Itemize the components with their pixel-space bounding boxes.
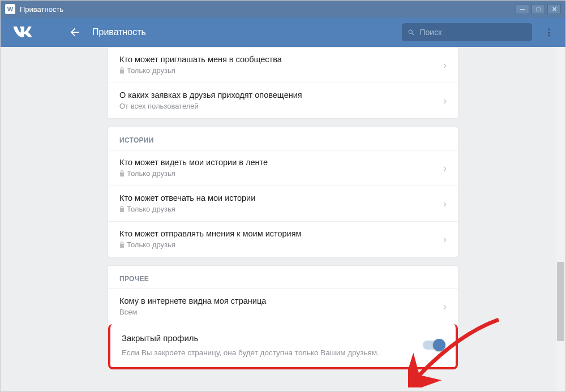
window-maximize-button[interactable]: □ bbox=[531, 4, 545, 14]
row-value: Только друзья bbox=[119, 240, 443, 249]
vk-mini-logo-icon: W bbox=[5, 4, 15, 14]
row-value: Всем bbox=[119, 308, 443, 316]
search-icon bbox=[408, 28, 415, 37]
scrollbar[interactable] bbox=[556, 47, 565, 392]
app-header: Приватность ⋮ bbox=[1, 18, 565, 47]
row-title: Кто может отправлять мнения к моим истор… bbox=[119, 229, 443, 238]
closed-profile-toggle[interactable] bbox=[423, 341, 444, 350]
group-header: ИСТОРИИ bbox=[108, 127, 458, 150]
row-title: Закрытый профиль bbox=[122, 333, 423, 343]
menu-dots-icon[interactable]: ⋮ bbox=[544, 27, 554, 38]
window-minimize-button[interactable]: ─ bbox=[516, 4, 529, 14]
scrollbar-thumb[interactable] bbox=[557, 262, 564, 341]
content-area: Кто может приглашать меня в сообщества Т… bbox=[1, 47, 565, 392]
page-title: Приватность bbox=[92, 27, 402, 37]
row-stories-reply[interactable]: Кто может отвечать на мои истории Только… bbox=[108, 186, 458, 221]
row-description: Если Вы закроете страницу, она будет дос… bbox=[122, 348, 423, 357]
window-title: Приватность bbox=[20, 5, 63, 14]
row-value: Только друзья bbox=[119, 66, 443, 75]
search-field[interactable] bbox=[402, 23, 532, 41]
chevron-right-icon: › bbox=[443, 162, 447, 174]
window-titlebar: W Приватность ─ □ ✕ bbox=[1, 1, 565, 18]
row-title: Кому в интернете видна моя страница bbox=[119, 296, 443, 305]
toggle-knob bbox=[433, 339, 445, 351]
row-stories-visible[interactable]: Кто может видеть мои истории в ленте Тол… bbox=[108, 150, 458, 186]
row-title: Кто может приглашать меня в сообщества bbox=[119, 55, 443, 64]
search-input[interactable] bbox=[419, 28, 526, 37]
settings-group-general: Кто может приглашать меня в сообщества Т… bbox=[108, 47, 458, 119]
chevron-right-icon: › bbox=[443, 300, 447, 313]
lock-icon bbox=[119, 242, 125, 248]
row-closed-profile[interactable]: Закрытый профиль Если Вы закроете страни… bbox=[108, 324, 458, 369]
chevron-right-icon: › bbox=[443, 233, 447, 245]
chevron-right-icon: › bbox=[443, 94, 447, 107]
lock-icon bbox=[119, 67, 125, 74]
row-page-visibility[interactable]: Кому в интернете видна моя страница Всем… bbox=[108, 288, 458, 324]
chevron-right-icon: › bbox=[443, 197, 447, 210]
row-value: От всех пользователей bbox=[119, 102, 443, 110]
vk-logo-icon[interactable] bbox=[12, 26, 68, 38]
lock-icon bbox=[119, 170, 125, 176]
back-button[interactable] bbox=[68, 26, 81, 38]
row-value: Только друзья bbox=[119, 169, 443, 178]
window-close-button[interactable]: ✕ bbox=[547, 4, 561, 14]
settings-group-other: ПРОЧЕЕ Кому в интернете видна моя страни… bbox=[108, 265, 458, 370]
group-header: ПРОЧЕЕ bbox=[108, 266, 458, 288]
row-friend-request-notify[interactable]: О каких заявках в друзья приходят оповещ… bbox=[108, 83, 458, 118]
lock-icon bbox=[119, 206, 125, 212]
settings-group-stories: ИСТОРИИ Кто может видеть мои истории в л… bbox=[108, 127, 458, 257]
row-title: Кто может видеть мои истории в ленте bbox=[119, 158, 443, 167]
row-title: О каких заявках в друзья приходят оповещ… bbox=[119, 91, 443, 100]
row-stories-opinions[interactable]: Кто может отправлять мнения к моим истор… bbox=[108, 221, 458, 257]
row-invite-communities[interactable]: Кто может приглашать меня в сообщества Т… bbox=[108, 48, 458, 83]
row-value: Только друзья bbox=[119, 205, 443, 213]
chevron-right-icon: › bbox=[443, 59, 447, 71]
row-title: Кто может отвечать на мои истории bbox=[119, 193, 443, 203]
